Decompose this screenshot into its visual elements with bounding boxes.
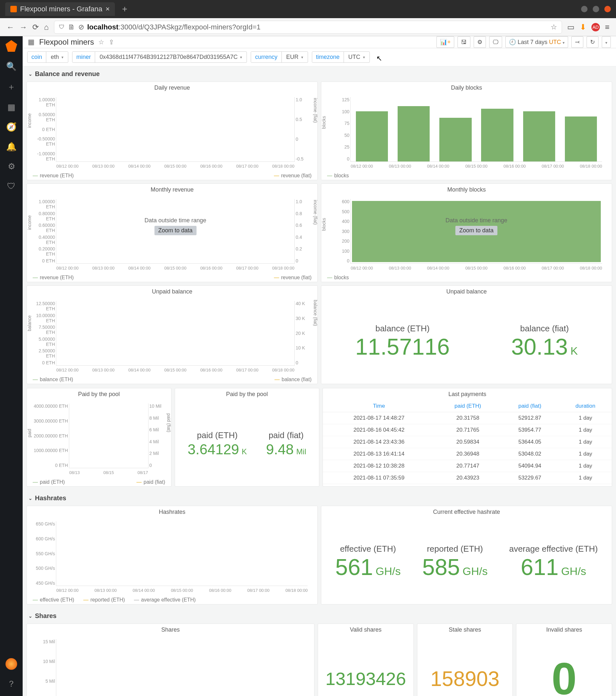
row-shares[interactable]: ⌄Shares [23,608,616,623]
table-header[interactable]: paid (ETH) [435,400,501,412]
home-icon[interactable]: ⌂ [44,23,49,32]
panel-title: Invalid shares [516,624,612,636]
panel-title: Hashrates [27,506,317,518]
refresh-button[interactable]: ↻ [587,36,599,48]
dashboard-toolbar: ▦ Flexpool miners ☆ ⇪ 📊+ 🖫 ⚙ 🖵 🕘 Last 7 … [23,36,616,48]
reader-icon[interactable]: ▭ [567,23,574,32]
dashboard-settings-button[interactable]: ⚙ [474,36,486,48]
configuration-icon[interactable]: ⚙ [8,161,15,172]
zoom-to-data-button[interactable]: Zoom to data [455,226,497,235]
browser-tab-title: Flexpool miners - Grafana [20,5,102,13]
stat-invalid-shares: 0 [552,656,577,696]
table-row[interactable]: 2021-08-13 16:41:1420.3694853048.021 day [323,448,612,460]
panel-shares-chart[interactable]: Shares 15 Mil10 Mil5 Mil0 08/12 00:0008/… [27,623,315,696]
stat-average: 611 [521,555,559,580]
panel-hashrates-stat[interactable]: Current effective hashrate effective (ET… [321,506,612,604]
search-icon[interactable]: 🔍 [6,62,16,72]
refresh-interval-picker[interactable]: ▾ [602,36,611,48]
window-minimize[interactable] [581,6,587,12]
panel-valid-shares[interactable]: Valid shares 13193426 [318,623,414,696]
window-close[interactable] [604,6,611,12]
panel-title: Daily blocks [321,82,612,94]
page-info-icon[interactable]: 🗎 [68,23,75,31]
zoom-to-data-button[interactable]: Zoom to data [154,226,196,235]
table-row[interactable]: 2021-08-17 14:48:2720.3175852912.871 day [323,412,612,424]
panel-daily-blocks[interactable]: Daily blocks blocks 1251007550250 08/12 … [321,81,612,180]
template-variables: coineth▾ miner0x4368d11f47764B3912127B70… [23,48,616,66]
panel-unpaid-balance-chart[interactable]: Unpaid balance balance balance (fiat) 12… [27,285,318,384]
panel-paid-chart[interactable]: Paid by the pool paid paid (fiat) 4000.0… [27,388,172,487]
share-dashboard-icon[interactable]: ⇪ [109,38,114,46]
panel-daily-revenue[interactable]: Daily revenue income income (fiat) 1.000… [27,81,318,180]
os-titlebar: Flexpool miners - Grafana × + [0,0,616,18]
table-row[interactable]: 2021-08-14 23:43:3620.5983453644.051 day [323,436,612,448]
dashboard-title[interactable]: Flexpool miners [39,37,94,47]
grafana-favicon [10,6,17,12]
grafana-sidebar: 🔍 ＋ ▦ 🧭 🔔 ⚙ 🛡 ？ [0,36,23,696]
new-tab-button[interactable]: + [119,4,130,14]
table-row[interactable]: 2021-08-12 10:38:2820.7714754094.941 day [323,460,612,472]
back-icon[interactable]: ← [6,23,14,32]
panel-last-payments[interactable]: Last payments Timepaid (ETH)paid (fiat)d… [322,388,612,487]
panel-monthly-revenue[interactable]: Monthly revenue income income (fiat) 1.0… [27,184,318,282]
panel-title: Current effective hashrate [321,506,612,518]
close-tab-icon[interactable]: × [106,5,110,13]
chevron-down-icon: ⌄ [29,72,32,77]
panel-grid-icon[interactable]: ▦ [28,38,35,46]
panel-title: Daily revenue [27,82,317,94]
create-icon[interactable]: ＋ [7,81,16,93]
tv-mode-button[interactable]: 🖵 [489,36,502,48]
address-bar[interactable]: 🛡 🗎 ⊘ localhost:3000/d/Q3JPASkgz/flexpoo… [54,21,562,34]
alerting-icon[interactable]: 🔔 [6,142,16,152]
server-admin-icon[interactable]: 🛡 [7,181,16,191]
table-header[interactable]: paid (fiat) [501,400,559,412]
table-header[interactable]: duration [559,400,612,412]
table-header[interactable]: Time [323,400,435,412]
download-icon[interactable]: ⬇ [580,23,586,32]
row-hashrates[interactable]: ⌄Hashrates [23,491,616,506]
zoom-out-button[interactable]: ⤙ [571,36,583,48]
stat-balance-eth: 11.57116 [355,335,450,358]
star-dashboard-icon[interactable]: ☆ [98,38,104,46]
add-panel-button[interactable]: 📊+ [437,36,454,48]
panel-hashrates-chart[interactable]: Hashrates 650 GH/s600 GH/s550 GH/s500 GH… [27,506,318,604]
var-currency[interactable]: currencyEUR▾ [251,51,308,63]
panel-paid-stat[interactable]: Paid by the pool paid (ETH)3.64129K paid… [175,388,320,487]
help-icon[interactable]: ？ [7,678,16,690]
save-dashboard-button[interactable]: 🖫 [457,36,470,48]
menu-icon[interactable]: ≡ [605,23,610,32]
window-maximize[interactable] [593,6,599,12]
reload-icon[interactable]: ⟳ [32,23,39,32]
stat-balance-fiat: 30.13 [511,334,568,360]
stat-paid-eth: 3.64129 [188,441,239,457]
var-timezone[interactable]: timezoneUTC▾ [312,51,370,63]
panel-monthly-blocks[interactable]: Monthly blocks blocks 600500400300200100… [321,184,612,282]
panel-title: Monthly revenue [27,184,317,196]
dashboards-icon[interactable]: ▦ [7,102,16,112]
user-avatar[interactable] [5,658,17,670]
adblock-icon[interactable]: AD [591,23,600,31]
forward-icon[interactable]: → [19,23,27,32]
panel-unpaid-balance-stat[interactable]: Unpaid balance balance (ETH)11.57116 bal… [321,285,612,384]
var-coin[interactable]: coineth▾ [27,51,68,63]
panel-invalid-shares[interactable]: Invalid shares 0 [516,623,612,696]
panel-title: Paid by the pool [27,388,171,400]
table-row[interactable]: 2021-08-16 04:45:4220.7176553954.771 day [323,424,612,436]
grafana-logo-icon[interactable] [5,40,17,52]
bookmark-star-icon[interactable]: ☆ [551,23,557,31]
panel-title: Shares [27,624,314,636]
panel-title: Paid by the pool [175,388,319,400]
panel-title: Last payments [323,388,612,400]
explore-icon[interactable]: 🧭 [6,122,16,132]
row-balance-revenue[interactable]: ⌄Balance and revenue [23,66,616,81]
table-row[interactable]: 2021-08-11 07:35:5920.4392353229.671 day [323,472,612,484]
chevron-down-icon: ⌄ [29,614,32,619]
panel-stale-shares[interactable]: Stale shares 158903 [417,623,513,696]
stat-stale-shares: 158903 [430,668,500,689]
var-miner[interactable]: miner0x4368d11f47764B3912127B70e8647Dd03… [72,51,247,63]
payments-table: Timepaid (ETH)paid (fiat)duration 2021-0… [323,400,612,484]
browser-tab[interactable]: Flexpool miners - Grafana × [5,2,115,16]
time-range-picker[interactable]: 🕘 Last 7 days UTC ▾ [505,36,568,48]
url-path: :3000/d/Q3JPASkgz/flexpool-miners?orgId=… [119,23,260,31]
browser-toolbar: ← → ⟳ ⌂ 🛡 🗎 ⊘ localhost:3000/d/Q3JPASkgz… [0,18,616,36]
